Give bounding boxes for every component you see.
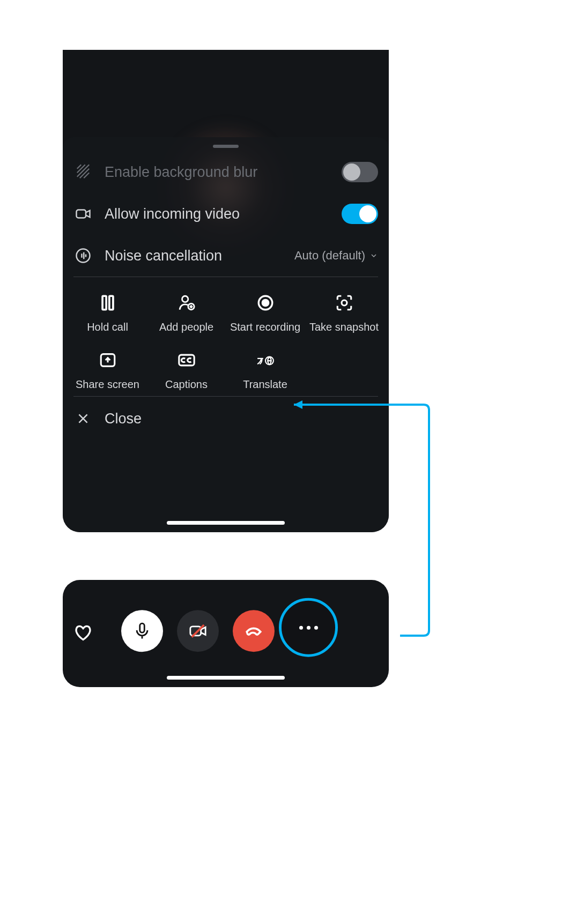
blur-toggle[interactable] [342, 162, 378, 182]
home-indicator[interactable] [167, 676, 285, 680]
translate-icon [255, 349, 276, 371]
record-icon [255, 292, 276, 314]
svg-rect-2 [102, 296, 106, 310]
option-noise-cancellation[interactable]: Noise cancellation Auto (default) [63, 235, 389, 277]
share-screen-icon [97, 349, 119, 371]
option-label: Allow incoming video [105, 206, 330, 222]
reaction-heart-button[interactable] [73, 623, 93, 644]
sheet-grabber[interactable] [213, 145, 239, 148]
svg-rect-12 [140, 623, 145, 632]
action-label: Translate [243, 378, 287, 391]
microphone-button[interactable] [121, 610, 163, 652]
action-label: Captions [165, 378, 208, 391]
call-toolbar-screen [63, 580, 389, 687]
action-share-screen[interactable]: Share screen [68, 349, 147, 391]
action-add-people[interactable]: Add people [147, 292, 226, 333]
noise-icon [73, 248, 93, 264]
svg-point-7 [262, 300, 268, 305]
action-start-recording[interactable]: Start recording [226, 292, 305, 333]
svg-point-8 [342, 300, 347, 305]
camera-off-button[interactable] [177, 610, 219, 652]
action-hold-call[interactable]: Hold call [68, 292, 147, 333]
svg-rect-0 [77, 210, 86, 218]
captions-icon [176, 349, 197, 371]
svg-rect-3 [109, 296, 113, 310]
call-options-screen: Enable background blur Allow incoming vi… [63, 50, 389, 532]
more-options-button[interactable] [287, 607, 329, 649]
blur-icon [73, 164, 93, 180]
close-icon [73, 412, 93, 426]
incoming-video-toggle[interactable] [342, 204, 378, 224]
option-label: Noise cancellation [105, 248, 283, 264]
action-label: Start recording [230, 321, 300, 333]
noise-select[interactable]: Auto (default) [294, 249, 378, 263]
actions-grid: Hold call Add people Start recording [63, 277, 389, 396]
noise-value: Auto (default) [294, 249, 365, 263]
option-label: Enable background blur [105, 164, 330, 181]
action-take-snapshot[interactable]: Take snapshot [305, 292, 383, 333]
action-captions[interactable]: Captions [147, 349, 226, 391]
close-label: Close [105, 411, 142, 427]
action-translate[interactable]: Translate [226, 349, 305, 391]
options-bottom-sheet: Enable background blur Allow incoming vi… [63, 137, 389, 532]
end-call-button[interactable] [233, 610, 275, 652]
home-indicator[interactable] [167, 521, 285, 525]
action-label: Share screen [76, 378, 139, 391]
action-label: Add people [159, 321, 213, 333]
snapshot-icon [334, 292, 355, 314]
action-label: Take snapshot [309, 321, 379, 333]
pause-icon [97, 292, 119, 314]
chevron-down-icon [369, 251, 378, 260]
option-incoming-video[interactable]: Allow incoming video [63, 193, 389, 235]
svg-point-4 [182, 296, 188, 302]
add-person-icon [176, 292, 197, 314]
close-button[interactable]: Close [63, 397, 389, 441]
action-label: Hold call [87, 321, 128, 333]
video-icon [73, 206, 93, 222]
slash-icon [189, 622, 207, 640]
option-background-blur: Enable background blur [63, 151, 389, 193]
call-controls [121, 610, 330, 652]
ellipsis-icon [299, 625, 318, 629]
more-options-highlight [279, 598, 338, 657]
